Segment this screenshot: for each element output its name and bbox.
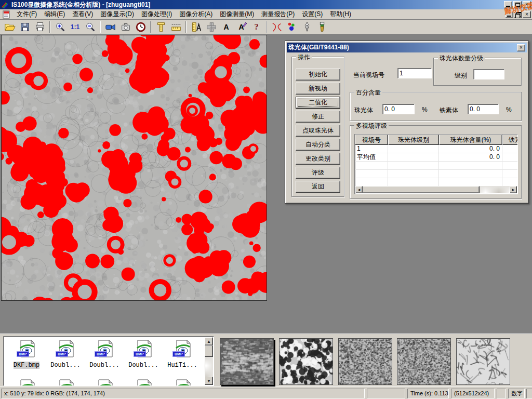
status-bar: x: 510 y: 79 idx: 0 RGB: (174, 174, 174)… [0,387,532,399]
pearlite-percent-input[interactable]: 0. 0 [382,104,415,114]
binarize-button[interactable]: 二值化 [296,97,340,109]
table-row[interactable]: 平均值 0. 0 [355,153,517,162]
thumbnail-4[interactable] [397,338,451,385]
ferrite-percent-input[interactable]: 0. 0 [468,104,499,114]
pick-pearlite-button[interactable]: 点取珠光体 [296,125,340,137]
menu-edit[interactable]: 编辑(E) [41,9,69,20]
initialize-button[interactable]: 初始化 [296,69,340,81]
return-button[interactable]: 返回 [296,181,340,193]
camera-capture-button[interactable] [118,20,133,34]
thumbnail-2[interactable] [279,338,333,385]
table-row-empty [355,162,517,170]
status-panel-empty [497,389,506,398]
classify-button[interactable] [284,20,299,34]
caliper-button[interactable] [153,20,168,34]
menu-image-analysis[interactable]: 图像分析(A) [176,9,216,20]
printer-icon [34,21,46,33]
file-item[interactable]: BMP Doubl... [125,340,162,369]
menu-settings[interactable]: 设置(S) [298,9,326,20]
thumbnail-5[interactable] [456,338,510,385]
annotate-button[interactable]: A [234,20,249,34]
file-name[interactable]: Doubl... [50,362,81,369]
file-name[interactable]: Doubl... [89,362,119,369]
file-list-scrollbar[interactable]: ▲ ▼ [205,337,213,385]
file-item[interactable]: BMP Doubl... [86,340,123,369]
scroll-right-button[interactable]: ► [510,186,517,193]
horizontal-ruler-icon [170,21,182,33]
zoom-out-button[interactable] [83,20,98,34]
brush-icon [316,21,328,33]
print-button[interactable] [32,20,47,34]
file-name[interactable]: HuiTi... [167,362,197,369]
menu-image-processing[interactable]: 图像处理(I) [138,9,176,20]
open-folder-icon [4,21,16,33]
percent-group: 百分含量 珠光体 0. 0 % 铁素体 0. 0 % [350,92,522,121]
file-item[interactable]: BMP [86,379,123,386]
table-header: 视场号 珠光体级别 珠光体含量(%) 铁素体 [355,135,517,145]
menu-image-display[interactable]: 图像显示(D) [97,9,138,20]
file-item[interactable]: BMP [164,379,201,386]
menu-report[interactable]: 测量报告(P) [258,9,298,20]
auto-classify-button[interactable]: 自动分类 [296,139,340,151]
colored-balls-icon [286,21,298,33]
col-ferrite[interactable]: 铁素体 [502,135,518,145]
zoom-in-icon [55,21,66,33]
col-pearlite-content[interactable]: 珠光体含量(%) [439,135,502,145]
change-class-button[interactable]: 更改类别 [296,153,340,165]
menu-view[interactable]: 查看(V) [69,9,97,20]
scroll-left-button[interactable]: ◄ [355,186,363,193]
col-field-number[interactable]: 视场号 [355,135,388,145]
toolbar-separator [185,21,187,33]
correct-button[interactable]: 修正 [296,111,340,123]
calibration-button[interactable] [189,20,204,34]
red-curve-icon [271,21,283,33]
text-tool-button[interactable]: A [219,20,234,34]
bmp-file-icon: BMP [174,350,191,359]
open-file-button[interactable] [2,20,17,34]
file-item[interactable]: BMP [125,379,162,386]
menu-help[interactable]: 帮助(H) [326,9,355,20]
help-button[interactable]: ? [249,20,264,34]
table-row[interactable]: 1 0. 0 [355,145,517,153]
grade-button[interactable]: 评级 [296,167,340,179]
zoom-in-button[interactable] [52,20,68,34]
timer-button[interactable] [133,20,148,34]
dialog-title-bar[interactable]: 珠光体(GB/T9441-88) × [287,43,527,52]
curve-tool-button[interactable] [269,20,284,34]
menu-image-measure[interactable]: 图像测量(M) [216,9,258,20]
cell-content: 0. 0 [439,153,502,161]
pen-nib-icon [301,21,313,33]
file-name[interactable]: DKF.bmp [14,362,39,369]
scrollbar-track[interactable] [480,186,510,193]
pen-tool-button[interactable] [299,20,314,34]
current-field-input[interactable]: 1 [397,68,432,78]
dialog-close-button[interactable]: × [517,44,525,51]
video-capture-button[interactable] [103,20,118,34]
scroll-up-button[interactable]: ▲ [205,337,213,345]
file-item[interactable]: BMP DKF.bmp [8,340,45,369]
new-field-button[interactable]: 新视场 [296,83,340,95]
thumbnail-3[interactable] [338,338,392,385]
col-pearlite-grade[interactable]: 珠光体级别 [388,135,439,145]
file-name[interactable]: Doubl... [128,362,158,369]
file-item[interactable]: BMP Doubl... [47,340,84,369]
scrollbar-thumb[interactable] [363,186,480,193]
scrollbar-thumb[interactable] [205,345,213,357]
table-horizontal-scrollbar[interactable]: ◄ ► [355,186,517,193]
actual-size-button[interactable]: 1:1 [68,20,83,34]
ruler-button[interactable] [168,20,183,34]
file-item[interactable]: BMP HuiTi... [164,340,201,369]
file-item[interactable]: BMP [8,379,45,386]
menu-file[interactable]: 文件(F) [13,9,41,20]
brush-tool-button[interactable] [314,20,329,34]
scroll-down-button[interactable]: ▼ [205,377,213,385]
cell-grade [388,153,439,161]
cell-field-number: 平均值 [355,153,388,161]
metallographic-image[interactable] [1,35,267,301]
save-button[interactable] [17,20,32,34]
button-label: 返回 [312,182,324,191]
file-item[interactable]: BMP [47,379,84,386]
thumbnail-1[interactable] [220,338,274,385]
grid-tool-button[interactable] [204,20,219,34]
grade-level-input[interactable] [473,69,504,79]
